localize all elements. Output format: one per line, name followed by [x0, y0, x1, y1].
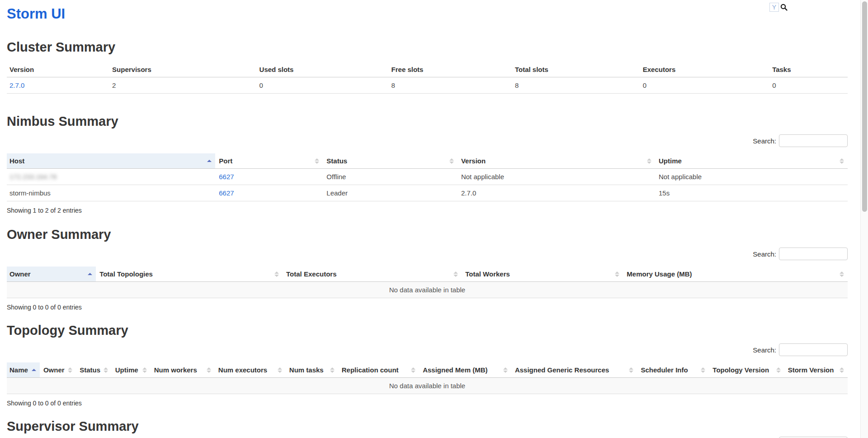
- cluster-col-free-slots: Free slots: [388, 62, 511, 77]
- cluster-summary-table: Version Supervisors Used slots Free slot…: [7, 62, 848, 94]
- sort-icon: [315, 158, 319, 164]
- nimbus-host-value: storm-nimbus: [7, 185, 215, 201]
- topology-search-input[interactable]: [779, 343, 848, 356]
- page-title[interactable]: Storm UI: [7, 5, 848, 23]
- nimbus-search-label: Search:: [753, 137, 776, 145]
- nimbus-col-uptime[interactable]: Uptime: [655, 153, 848, 169]
- topology-entries-info: Showing 0 to 0 of 0 entries: [7, 400, 848, 407]
- cluster-used-slots-value: 0: [256, 77, 388, 94]
- topology-empty-message: No data available in table: [7, 378, 848, 394]
- nimbus-search-input[interactable]: [779, 134, 848, 147]
- nimbus-uptime-value: 15s: [655, 185, 848, 201]
- cluster-col-supervisors: Supervisors: [108, 62, 256, 77]
- column-label: Uptime: [115, 366, 138, 374]
- sort-icon: [840, 367, 844, 373]
- table-row: 172.233.164.78 6627 Offline Not applicab…: [7, 169, 848, 185]
- owner-search-label: Search:: [753, 250, 776, 258]
- sort-icon: [104, 367, 108, 373]
- sort-icon: [615, 271, 619, 277]
- topology-col-name[interactable]: Name: [7, 362, 40, 378]
- column-label: Memory Usage (MB): [627, 270, 692, 278]
- sort-icon: [629, 367, 633, 373]
- topology-col-storm-version[interactable]: Storm Version: [784, 362, 848, 378]
- column-label: Status: [80, 366, 100, 374]
- nimbus-col-host[interactable]: Host: [7, 153, 215, 169]
- topology-col-status[interactable]: Status: [76, 362, 112, 378]
- column-label: Uptime: [659, 157, 682, 165]
- cluster-tasks-value: 0: [769, 77, 848, 94]
- topology-col-scheduler-info[interactable]: Scheduler Info: [637, 362, 709, 378]
- owner-summary-heading: Owner Summary: [7, 227, 848, 242]
- search-button[interactable]: [780, 4, 788, 11]
- owner-col-total-executors[interactable]: Total Executors: [283, 267, 462, 282]
- nimbus-port-link[interactable]: 6627: [219, 173, 234, 181]
- column-label: Total Workers: [465, 270, 510, 278]
- column-label: Port: [219, 157, 232, 165]
- cluster-total-slots-value: 8: [511, 77, 639, 94]
- sort-icon: [840, 158, 844, 164]
- sort-icon: [840, 271, 844, 277]
- nimbus-col-version[interactable]: Version: [458, 153, 655, 169]
- nimbus-port-link[interactable]: 6627: [219, 189, 234, 197]
- owner-col-memory-usage[interactable]: Memory Usage (MB): [623, 267, 848, 282]
- topology-col-assigned-mem[interactable]: Assigned Mem (MB): [419, 362, 511, 378]
- nimbus-entries-info: Showing 1 to 2 of 2 entries: [7, 207, 848, 214]
- topology-summary-heading: Topology Summary: [7, 323, 848, 338]
- nimbus-version-value: 2.7.0: [458, 185, 655, 201]
- sort-icon: [453, 271, 458, 277]
- sort-icon: [142, 367, 147, 373]
- topology-col-uptime[interactable]: Uptime: [112, 362, 151, 378]
- cluster-col-tasks: Tasks: [769, 62, 848, 77]
- topology-col-num-executors[interactable]: Num executors: [215, 362, 286, 378]
- sort-asc-icon: [32, 369, 36, 371]
- nimbus-search: Search:: [7, 134, 848, 147]
- owner-col-total-workers[interactable]: Total Workers: [462, 267, 623, 282]
- nimbus-col-port[interactable]: Port: [215, 153, 323, 169]
- cluster-col-used-slots: Used slots: [256, 62, 388, 77]
- topology-summary-table: Name Owner Status: [7, 362, 848, 394]
- cluster-version-link[interactable]: 2.7.0: [9, 81, 24, 89]
- table-row: storm-nimbus 6627 Leader 2.7.0 15s: [7, 185, 848, 201]
- owner-summary-table: Owner Total Topologies Total Executors: [7, 267, 848, 298]
- column-label: Scheduler Info: [641, 366, 688, 374]
- nimbus-status-value: Offline: [323, 169, 458, 185]
- empty-row: No data available in table: [7, 378, 848, 394]
- owner-col-total-topologies[interactable]: Total Topologies: [96, 267, 283, 282]
- topbar-search: [769, 3, 788, 12]
- column-label: Name: [9, 366, 28, 374]
- nimbus-col-status[interactable]: Status: [323, 153, 458, 169]
- cluster-free-slots-value: 8: [388, 77, 511, 94]
- nimbus-status-value: Leader: [323, 185, 458, 201]
- nimbus-summary-heading: Nimbus Summary: [7, 114, 848, 129]
- vertical-scrollbar[interactable]: [860, 0, 868, 438]
- topology-col-assigned-generic-resources[interactable]: Assigned Generic Resources: [511, 362, 637, 378]
- column-label: Num tasks: [289, 366, 324, 374]
- column-label: Num workers: [154, 366, 197, 374]
- column-label: Storm Version: [788, 366, 834, 374]
- empty-row: No data available in table: [7, 282, 848, 298]
- column-label: Replication count: [342, 366, 399, 374]
- sort-asc-icon: [207, 160, 212, 162]
- column-label: Host: [9, 157, 24, 165]
- owner-col-owner[interactable]: Owner: [7, 267, 96, 282]
- owner-search-input[interactable]: [779, 248, 848, 260]
- table-row: 2.7.0 2 0 8 8 0 0: [7, 77, 848, 94]
- column-label: Topology Version: [712, 366, 769, 374]
- sort-asc-icon: [88, 273, 92, 275]
- topbar-filter-input[interactable]: [769, 3, 779, 12]
- column-label: Assigned Mem (MB): [423, 366, 487, 374]
- cluster-executors-value: 0: [639, 77, 769, 94]
- scrollbar-thumb[interactable]: [862, 1, 867, 212]
- cluster-col-total-slots: Total slots: [511, 62, 639, 77]
- sort-icon: [776, 367, 781, 373]
- topology-col-topology-version[interactable]: Topology Version: [709, 362, 784, 378]
- topology-col-num-tasks[interactable]: Num tasks: [286, 362, 338, 378]
- topology-col-num-workers[interactable]: Num workers: [151, 362, 215, 378]
- magnifier-icon: [780, 5, 788, 12]
- supervisor-summary-heading: Supervisor Summary: [7, 419, 848, 434]
- nimbus-uptime-value: Not applicable: [655, 169, 848, 185]
- sort-icon: [503, 367, 508, 373]
- topology-col-replication-count[interactable]: Replication count: [338, 362, 419, 378]
- column-label: Owner: [43, 366, 65, 374]
- topology-col-owner[interactable]: Owner: [40, 362, 76, 378]
